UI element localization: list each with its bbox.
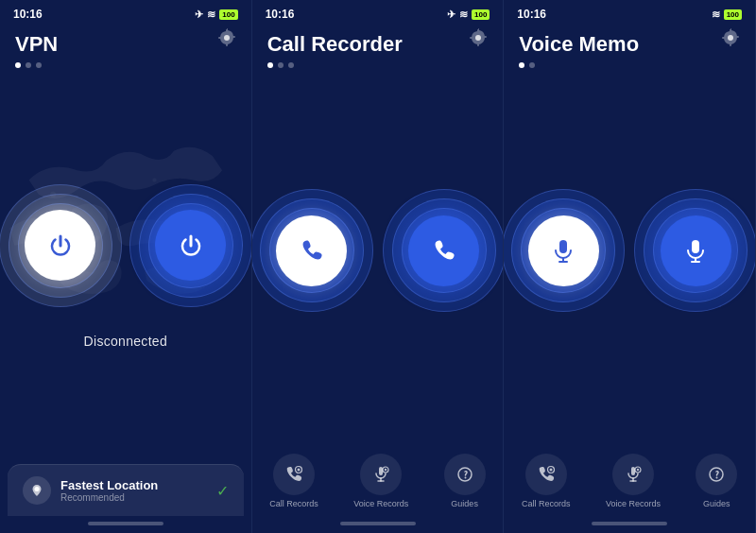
voice-status-bar: 10:16 ≋ 100: [504, 0, 755, 25]
wifi-icon-2: ≋: [459, 9, 468, 21]
voice-home-indicator: [592, 522, 667, 525]
battery-indicator: 100: [219, 9, 237, 20]
location-info: Fastest Location Recommended: [23, 476, 158, 505]
voice-record-button[interactable]: [661, 215, 731, 286]
wifi-icon: ≋: [207, 9, 215, 21]
voice-mic-button-right[interactable]: [634, 189, 756, 312]
svg-point-6: [298, 469, 301, 472]
voice-time: 10:16: [517, 8, 546, 21]
tab-call-records[interactable]: Call Records: [269, 454, 318, 508]
call-time: 10:16: [266, 8, 295, 21]
voice-page-dots: [504, 60, 755, 68]
voice-status-icons: ≋ 100: [712, 9, 742, 21]
call-recorder-screen: 10:16 ✈ ≋ 100 Call Recorder: [252, 0, 505, 533]
svg-rect-7: [379, 467, 383, 475]
voice-tab-call-records[interactable]: Call Records: [522, 454, 571, 508]
voice-memo-screen: 10:16 ≋ 100 Voice Memo: [504, 0, 756, 533]
voice-guides-label: Guides: [703, 499, 730, 508]
guides-label: Guides: [451, 499, 478, 508]
voice-mic-button-left[interactable]: [504, 189, 625, 312]
svg-rect-17: [692, 240, 699, 253]
svg-rect-22: [631, 467, 635, 475]
voice-tab-bar: Call Records Voice Records: [504, 444, 755, 516]
call-page-dots: [252, 60, 504, 68]
voice-records-icon: [360, 454, 402, 495]
svg-point-21: [549, 469, 552, 472]
wifi-icon-3: ≋: [712, 9, 720, 21]
call-start-button[interactable]: [276, 215, 347, 286]
vpn-connect-button[interactable]: [25, 210, 95, 281]
svg-point-26: [637, 469, 639, 471]
guides-icon: [444, 454, 486, 495]
voice-guides-icon: [696, 454, 737, 495]
battery-indicator-3: 100: [724, 9, 742, 20]
voice-tab-guides[interactable]: Guides: [696, 454, 737, 508]
vpn-home-indicator: [88, 522, 163, 525]
svg-point-11: [385, 469, 387, 471]
voice-record-start-button[interactable]: [528, 215, 599, 286]
call-home-indicator: [340, 522, 416, 525]
airplane-icon: ✈: [195, 9, 203, 21]
voice-records-label: Voice Records: [353, 499, 408, 508]
location-name: Fastest Location: [60, 478, 158, 492]
call-status-bar: 10:16 ✈ ≋ 100: [252, 0, 504, 25]
voice-title: Voice Memo: [504, 25, 755, 60]
location-text: Fastest Location Recommended: [60, 478, 158, 503]
call-title: Call Recorder: [252, 25, 504, 60]
location-check-icon: ✓: [216, 482, 229, 500]
vpn-status-icons: ✈ ≋ 100: [195, 9, 237, 21]
call-phone-button-right[interactable]: [383, 189, 505, 312]
voice-voice-records-label: Voice Records: [606, 499, 661, 508]
voice-call-records-label: Call Records: [522, 499, 571, 508]
call-records-label: Call Records: [269, 499, 318, 508]
vpn-secondary-connect-button[interactable]: [155, 210, 226, 281]
location-bar[interactable]: Fastest Location Recommended ✓: [8, 464, 244, 516]
voice-main-content: [504, 68, 755, 444]
vpn-screen: 10:16 ✈ ≋ 100 VPN: [0, 0, 252, 533]
call-records-icon: [273, 454, 315, 495]
tab-guides[interactable]: Guides: [444, 454, 486, 508]
call-tab-bar: Call Records Voice Records: [252, 444, 504, 516]
call-record-button[interactable]: [408, 215, 479, 286]
battery-indicator-2: 100: [472, 9, 490, 20]
airplane-icon-2: ✈: [447, 9, 455, 21]
vpn-main-content: Disconnected: [0, 68, 251, 464]
vpn-secondary-button[interactable]: [129, 184, 252, 307]
svg-rect-14: [559, 240, 567, 253]
voice-tab-voice-records[interactable]: Voice Records: [606, 454, 661, 508]
voice-voice-records-icon: [612, 454, 654, 495]
svg-point-28: [716, 477, 718, 479]
vpn-title: VPN: [0, 25, 251, 60]
vpn-power-button[interactable]: [0, 184, 122, 307]
vpn-time: 10:16: [13, 8, 43, 21]
vpn-status-bar: 10:16 ✈ ≋ 100: [0, 0, 251, 25]
call-main-content: [252, 68, 504, 444]
vpn-status: Disconnected: [84, 334, 167, 349]
tab-voice-records[interactable]: Voice Records: [353, 454, 408, 508]
voice-call-records-icon: [525, 454, 567, 495]
vpn-page-dots: [0, 60, 251, 68]
location-sub: Recommended: [60, 492, 158, 503]
call-status-icons: ✈ ≋ 100: [447, 9, 490, 21]
call-phone-button-left[interactable]: [252, 189, 373, 312]
svg-point-13: [464, 477, 466, 479]
location-pin-icon: [23, 476, 51, 505]
